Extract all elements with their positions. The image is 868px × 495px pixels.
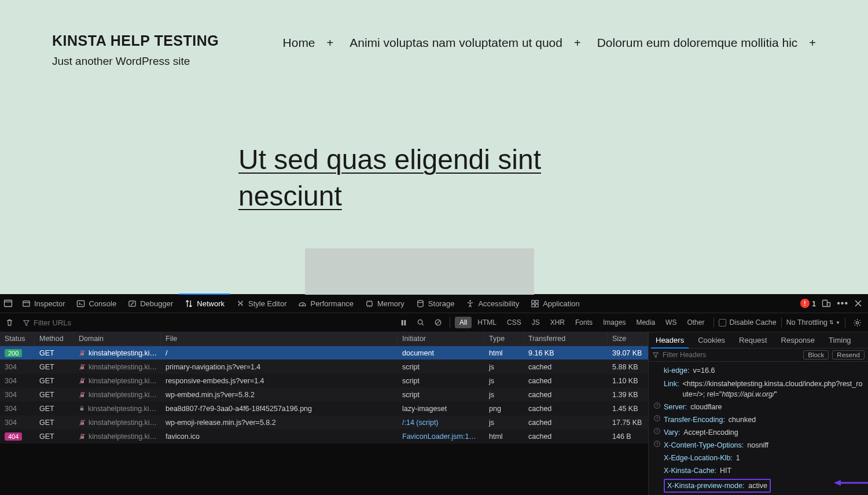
request-row[interactable]: 404GETkinstahelptesting.ki…favicon.icoFa… xyxy=(0,430,648,443)
devtools-tab-storage[interactable]: Storage xyxy=(410,294,461,313)
insecure-icon xyxy=(79,350,86,357)
header-key: X-Kinsta-Cache xyxy=(664,465,716,476)
status-cell: 304 xyxy=(0,402,35,415)
primary-nav: Home+Animi voluptas nam voluptatem ut qu… xyxy=(283,32,816,50)
submenu-toggle-icon[interactable]: + xyxy=(809,36,816,50)
style-editor-icon xyxy=(236,299,245,308)
request-row[interactable]: 304GETkinstahelptesting.ki…primary-navig… xyxy=(0,360,648,374)
filter-chip-images[interactable]: Images xyxy=(598,317,630,328)
filter-chip-css[interactable]: CSS xyxy=(502,317,526,328)
details-tab-request[interactable]: Request xyxy=(732,332,774,348)
response-header-row: X-Kinsta-preview-mode active xyxy=(653,478,865,494)
filter-urls[interactable] xyxy=(20,317,105,328)
method-cell: GET xyxy=(35,416,74,429)
request-row[interactable]: 304GETkinstahelptesting.ki…bea8d807-f7e9… xyxy=(0,402,648,416)
page-header: KINSTA HELP TESTING Just another WordPre… xyxy=(52,32,816,68)
initiator-cell[interactable]: /:14 (script) xyxy=(398,416,484,429)
devtools-tab-inspector[interactable]: Inspector xyxy=(16,294,71,313)
response-header-row: ?Vary Accept-Encoding xyxy=(653,426,865,439)
devtools-tab-performance[interactable]: Performance xyxy=(292,294,359,313)
request-row[interactable]: 304GETkinstahelptesting.ki…wp-emoji-rele… xyxy=(0,416,648,430)
column-header-type[interactable]: Type xyxy=(484,332,524,346)
disable-cache-checkbox[interactable]: Disable Cache xyxy=(719,318,776,327)
kebab-menu-icon[interactable]: ••• xyxy=(837,298,848,309)
settings-gear-icon[interactable] xyxy=(850,316,865,329)
search-button[interactable] xyxy=(414,316,428,329)
devtools-tab-application[interactable]: Application xyxy=(525,294,586,313)
filter-urls-input[interactable] xyxy=(34,318,103,327)
submenu-toggle-icon[interactable]: + xyxy=(327,36,334,50)
header-key: X-Kinsta-preview-mode xyxy=(667,482,744,490)
error-count: 1 xyxy=(812,299,816,308)
devtools-tab-memory[interactable]: Memory xyxy=(359,294,410,313)
column-header-method[interactable]: Method xyxy=(35,332,74,346)
svg-rect-11 xyxy=(532,304,535,307)
filter-chip-fonts[interactable]: Fonts xyxy=(571,317,597,328)
nav-link-2[interactable]: Dolorum eum doloremque mollitia hic xyxy=(597,36,798,50)
devtools-tab-style-editor[interactable]: Style Editor xyxy=(230,294,292,313)
header-value: chunked xyxy=(729,415,756,425)
block-button[interactable]: Block xyxy=(803,350,829,360)
details-tab-headers[interactable]: Headers xyxy=(649,332,691,348)
memory-icon xyxy=(365,299,374,308)
throttling-select[interactable]: No Throttling ⇅ ▼ xyxy=(786,318,840,327)
close-devtools-icon[interactable] xyxy=(854,299,862,307)
site-title[interactable]: KINSTA HELP TESTING xyxy=(52,32,219,49)
details-tab-response[interactable]: Response xyxy=(774,332,822,348)
error-count-badge[interactable]: ! 1 xyxy=(800,299,816,308)
nav-link-1[interactable]: Animi voluptas nam voluptatem ut quod xyxy=(350,36,562,50)
filter-chip-xhr[interactable]: XHR xyxy=(546,317,569,328)
filter-chip-ws[interactable]: WS xyxy=(661,317,681,328)
method-cell: GET xyxy=(35,361,74,373)
help-icon[interactable]: ? xyxy=(653,440,661,448)
column-header-file[interactable]: File xyxy=(161,332,398,346)
svg-text:?: ? xyxy=(656,416,658,421)
request-row[interactable]: 200GETkinstahelptesting.ki…/documenthtml… xyxy=(0,346,648,360)
transferred-cell: cached xyxy=(524,416,608,429)
application-icon xyxy=(531,299,539,308)
submenu-toggle-icon[interactable]: + xyxy=(574,36,581,50)
iframe-picker-button[interactable] xyxy=(0,294,16,313)
initiator-cell[interactable]: FaviconLoader.jsm:191 … xyxy=(398,430,484,443)
type-cell: html xyxy=(484,430,524,443)
help-icon[interactable]: ? xyxy=(653,415,661,422)
size-cell: 5.88 KB xyxy=(608,361,648,373)
devtools-tab-network[interactable]: Network xyxy=(179,294,230,313)
filter-chip-js[interactable]: JS xyxy=(527,317,545,328)
filter-chip-all[interactable]: All xyxy=(455,317,472,328)
column-header-domain[interactable]: Domain xyxy=(74,332,161,346)
performance-icon xyxy=(298,299,307,308)
details-tab-cookies[interactable]: Cookies xyxy=(691,332,732,348)
filter-chip-html[interactable]: HTML xyxy=(473,317,501,328)
post-title-link[interactable]: Ut sed quas eligendi sint nesciunt xyxy=(238,141,643,215)
devtools-tab-console[interactable]: Console xyxy=(71,294,122,313)
column-header-size[interactable]: Size xyxy=(608,332,648,346)
help-icon[interactable]: ? xyxy=(653,427,661,435)
details-tab-timing[interactable]: Timing xyxy=(822,332,858,348)
help-icon[interactable]: ? xyxy=(653,402,661,409)
column-header-initiator[interactable]: Initiator xyxy=(398,332,484,346)
devtools-tab-debugger[interactable]: Debugger xyxy=(122,294,179,313)
request-row[interactable]: 304GETkinstahelptesting.ki…wp-embed.min.… xyxy=(0,388,648,402)
clear-button[interactable] xyxy=(3,317,16,329)
column-header-status[interactable]: Status xyxy=(0,332,35,346)
responsive-mode-icon[interactable] xyxy=(822,299,831,308)
chevron-down-icon: ▼ xyxy=(836,320,840,325)
site-branding: KINSTA HELP TESTING Just another WordPre… xyxy=(52,32,219,68)
pause-button[interactable] xyxy=(397,317,410,329)
resend-button[interactable]: Resend xyxy=(832,350,865,360)
initiator-cell: document xyxy=(398,347,484,360)
request-row[interactable]: 304GETkinstahelptesting.ki…responsive-em… xyxy=(0,374,648,388)
filter-chip-other[interactable]: Other xyxy=(682,317,709,328)
block-button[interactable] xyxy=(431,316,445,329)
domain-cell: kinstahelptesting.ki… xyxy=(74,361,161,373)
headers-filter-input[interactable] xyxy=(663,351,800,359)
devtools-tab-accessibility[interactable]: Accessibility xyxy=(460,294,525,313)
accessibility-icon xyxy=(466,299,475,308)
file-cell: wp-emoji-release.min.js?ver=5.8.2 xyxy=(161,416,398,429)
filter-chip-media[interactable]: Media xyxy=(631,317,660,328)
column-header-transferred[interactable]: Transferred xyxy=(524,332,608,346)
nav-link-0[interactable]: Home xyxy=(283,36,315,50)
svg-point-17 xyxy=(418,320,422,324)
size-cell: 1.10 KB xyxy=(608,375,648,387)
